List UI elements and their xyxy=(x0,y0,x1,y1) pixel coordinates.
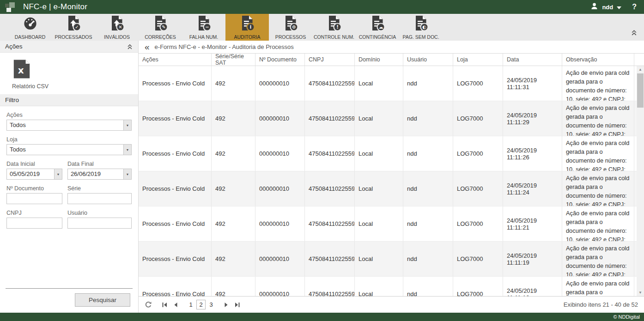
cell-acoes: Processos - Envio Cold xyxy=(139,101,212,136)
cell-cnpj: 47508411022559 xyxy=(305,242,355,276)
scroll-up-icon[interactable]: ▲ xyxy=(637,66,644,73)
pagination-bar: 123 Exibindo itens 21 - 40 de 52 xyxy=(139,296,644,313)
cell-documento: 000000010 xyxy=(255,66,305,101)
column-header-cnpj[interactable]: CNPJ xyxy=(305,54,355,66)
scrollbar-thumb[interactable] xyxy=(637,73,644,108)
cnpj-input[interactable] xyxy=(6,218,62,229)
column-header-data[interactable]: Data xyxy=(503,54,562,66)
data-inicial-picker[interactable]: 05/05/2019 ▼ xyxy=(6,169,62,180)
cell-dominio: Local xyxy=(355,66,403,101)
toolbar-item-auditoria[interactable]: i AUDITORIA xyxy=(225,14,269,41)
cell-data: 24/05/2019 11:11:24 xyxy=(503,171,562,206)
cell-documento: 000000010 xyxy=(255,171,305,206)
num-documento-input[interactable] xyxy=(6,193,62,204)
last-page-icon[interactable] xyxy=(234,302,241,308)
cell-acoes: Processos - Envio Cold xyxy=(139,277,212,296)
page-number-3[interactable]: 3 xyxy=(207,300,216,309)
cell-documento: 000000010 xyxy=(255,277,305,296)
cell-serie: 492 xyxy=(212,136,255,171)
cell-data: 24/05/2019 11:11:29 xyxy=(503,101,562,136)
items-status: Exibindo itens 21 - 40 de 52 xyxy=(564,301,638,308)
main-toolbar: DASHBOARD ✓ PROCESSADOS ✕ INVÁLIDOS ✎ CO… xyxy=(0,14,644,41)
toolbar-item-corre-es[interactable]: ✎ CORREÇÕES xyxy=(139,14,182,41)
content-area: « e-Forms NFC-e - e-Monitor - Auditoria … xyxy=(139,41,644,313)
toolbar-item-pag-sem-doc[interactable]: ◐ PAG. SEM DOC. xyxy=(399,14,443,41)
column-header-acoes[interactable]: Ações xyxy=(139,54,212,66)
cell-dominio: Local xyxy=(355,136,403,171)
header-spacer xyxy=(634,54,644,66)
toolbar-item-processados[interactable]: ✓ PROCESSADOS xyxy=(52,14,95,41)
table-body: Processos - Envio Cold492000000010475084… xyxy=(139,66,644,296)
toolbar-item-controle-num[interactable]: ! CONTROLE NUM. xyxy=(312,14,356,41)
cell-usuario: ndd xyxy=(403,101,453,136)
sidebar-divider xyxy=(6,288,133,289)
toolbar-item-falha-num[interactable]: − FALHA NUM. xyxy=(182,14,225,41)
prev-page-icon[interactable] xyxy=(172,302,179,308)
column-header-loja[interactable]: Loja xyxy=(453,54,503,66)
cell-loja: LOG7000 xyxy=(453,136,503,171)
cell-observacao: Ação de envio para cold gerada para o do… xyxy=(562,101,634,136)
column-header-usuario[interactable]: Usuário xyxy=(403,54,453,66)
first-page-icon[interactable] xyxy=(161,302,168,308)
collapse-sidebar-icon[interactable]: « xyxy=(145,42,150,52)
page-title: e-Forms NFC-e - e-Monitor - Auditoria de… xyxy=(155,43,294,50)
loja-filter-select[interactable]: Todos ▼ xyxy=(6,144,132,155)
data-inicial-dropdown-arrow-icon[interactable]: ▼ xyxy=(54,169,62,179)
cell-serie: 492 xyxy=(212,206,255,241)
table-row[interactable]: Processos - Envio Cold492000000010475084… xyxy=(139,101,644,136)
table-row[interactable]: Processos - Envio Cold492000000010475084… xyxy=(139,171,644,206)
column-header-dominio[interactable]: Domínio xyxy=(355,54,403,66)
next-page-icon[interactable] xyxy=(223,302,230,308)
loja-dropdown-arrow-icon[interactable]: ▼ xyxy=(123,145,131,155)
table-row[interactable]: Processos - Envio Cold492000000010475084… xyxy=(139,206,644,242)
data-inicial-label: Data Inicial xyxy=(6,161,62,167)
toolbar-item-label: CONTINGÊNCIA xyxy=(359,34,396,40)
table-row[interactable]: Processos - Envio Cold492000000010475084… xyxy=(139,66,644,101)
cell-usuario: ndd xyxy=(403,277,453,296)
actions-collapse-chevron-icon[interactable] xyxy=(127,43,133,50)
data-final-dropdown-arrow-icon[interactable]: ▼ xyxy=(123,169,131,179)
toolbar-item-processos[interactable]: ⚙ PROCESSOS xyxy=(269,14,312,41)
toolbar-item-dashboard[interactable]: DASHBOARD xyxy=(8,14,52,41)
loja-filter-value: Todos xyxy=(7,145,123,155)
user-menu[interactable]: ndd xyxy=(590,2,621,12)
column-header-serie[interactable]: Série/Série SAT xyxy=(212,54,255,66)
serie-label: Série xyxy=(67,185,132,192)
cell-documento: 000000010 xyxy=(255,242,305,276)
table-row[interactable]: Processos - Envio Cold492000000010475084… xyxy=(139,136,644,171)
csv-report-button[interactable]: x Relatório CSV xyxy=(0,53,138,94)
breadcrumb: « e-Forms NFC-e - e-Monitor - Auditoria … xyxy=(139,41,644,54)
cell-serie: 492 xyxy=(212,171,255,206)
serie-input[interactable] xyxy=(67,193,132,204)
column-header-observacao[interactable]: Observação xyxy=(562,54,634,66)
filter-form: Ações Todos ▼ Loja Todos ▼ Data Inicial … xyxy=(0,106,138,229)
table-row[interactable]: Processos - Envio Cold492000000010475084… xyxy=(139,242,644,277)
cell-acoes: Processos - Envio Cold xyxy=(139,206,212,241)
column-header-documento[interactable]: Nº Documento xyxy=(255,54,305,66)
toolbar-collapse-chevron-icon[interactable] xyxy=(631,29,638,38)
help-button[interactable]: ? xyxy=(632,3,637,11)
copyright: © NDDigital xyxy=(613,314,640,320)
page-number-1[interactable]: 1 xyxy=(186,300,195,309)
acoes-filter-select[interactable]: Todos ▼ xyxy=(6,120,132,131)
cell-data: 24/05/2019 11:11:19 xyxy=(503,242,562,276)
svg-text:−: − xyxy=(205,24,209,30)
cell-usuario: ndd xyxy=(403,242,453,276)
table-row[interactable]: Processos - Envio Cold492000000010475084… xyxy=(139,277,644,296)
usuario-input[interactable] xyxy=(67,218,132,229)
app-title: NFC-e | e-Monitor xyxy=(23,2,87,12)
cnpj-label: CNPJ xyxy=(6,210,62,216)
cell-usuario: ndd xyxy=(403,171,453,206)
toolbar-item-conting-ncia[interactable]: ☁ CONTINGÊNCIA xyxy=(356,14,399,41)
toolbar-item-label: CORREÇÕES xyxy=(145,34,176,40)
sidebar: Ações x Relatório CSV Filtro Ações Todos… xyxy=(0,41,139,313)
page-number-2[interactable]: 2 xyxy=(196,300,206,309)
acoes-dropdown-arrow-icon[interactable]: ▼ xyxy=(123,120,131,130)
toolbar-item-inv-lidos[interactable]: ✕ INVÁLIDOS xyxy=(95,14,139,41)
scroll-down-icon[interactable]: ▼ xyxy=(637,289,644,296)
svg-text:✎: ✎ xyxy=(162,24,165,30)
vertical-scrollbar[interactable]: ▲ ▼ xyxy=(637,66,644,296)
search-button[interactable]: Pesquisar xyxy=(75,293,130,307)
data-final-picker[interactable]: 26/06/2019 ▼ xyxy=(67,169,132,180)
refresh-icon[interactable] xyxy=(145,301,152,309)
